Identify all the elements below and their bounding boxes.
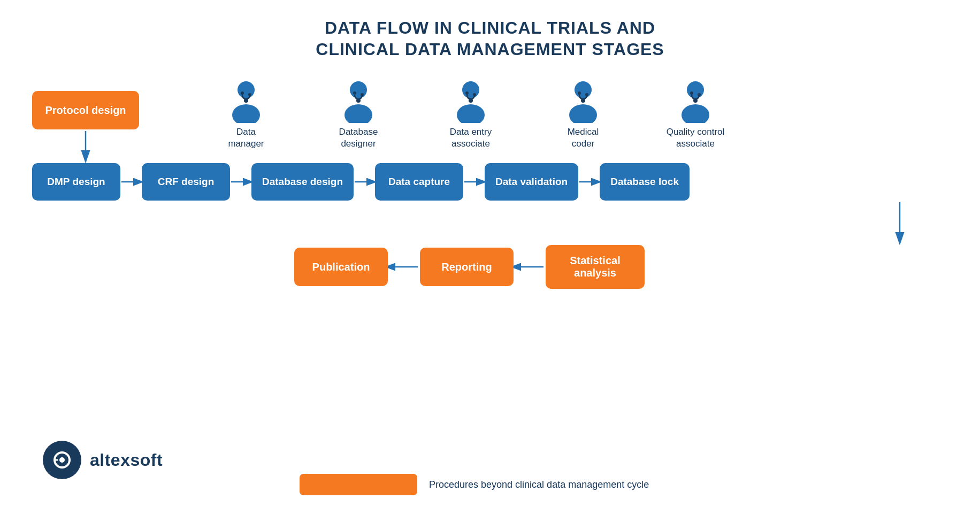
svg-point-0 xyxy=(238,81,255,98)
svg-point-22 xyxy=(690,91,693,95)
svg-point-7 xyxy=(353,91,356,95)
svg-point-17 xyxy=(578,91,581,95)
logo-text: altexsoft xyxy=(90,450,163,470)
database-design-box: Database design xyxy=(251,163,354,201)
person-label-data-entry: Data entry associate xyxy=(450,126,492,150)
person-label-database-designer: Database designer xyxy=(339,126,378,150)
legend-orange-box xyxy=(300,474,417,495)
protocol-design-box: Protocol design xyxy=(32,91,139,129)
person-quality-control: Quality control associate xyxy=(639,80,752,150)
bottom-flow-row: Publication Reporting Statistical analys… xyxy=(294,245,645,289)
svg-point-24 xyxy=(693,98,698,103)
svg-point-9 xyxy=(356,98,361,103)
person-medical-coder: Medical coder xyxy=(527,80,639,150)
arrow-dbdesign-capture xyxy=(354,175,375,188)
svg-point-20 xyxy=(687,81,704,98)
person-data-manager: Data manager xyxy=(190,80,302,150)
main-title: DATA FLOW IN CLINICAL TRIALS AND CLINICA… xyxy=(0,0,980,60)
data-capture-box: Data capture xyxy=(375,163,463,201)
legend-text: Procedures beyond clinical data manageme… xyxy=(429,479,649,490)
arrow-statistical-to-reporting xyxy=(514,260,546,273)
svg-point-11 xyxy=(457,104,485,123)
statistical-analysis-box: Statistical analysis xyxy=(546,245,645,289)
arrow-capture-validation xyxy=(463,175,485,188)
svg-point-1 xyxy=(232,104,260,123)
arrow-protocol-to-dmp xyxy=(79,131,92,163)
page-container: DATA FLOW IN CLINICAL TRIALS AND CLINICA… xyxy=(0,0,980,522)
svg-point-15 xyxy=(575,81,592,98)
svg-point-44 xyxy=(59,457,65,463)
svg-point-5 xyxy=(350,81,367,98)
data-validation-box: Data validation xyxy=(485,163,578,201)
diagram-area: Data manager Database designer xyxy=(32,80,948,458)
reporting-box: Reporting xyxy=(420,248,514,286)
person-icon-database-designer xyxy=(339,80,378,123)
logo-icon xyxy=(51,449,73,471)
logo-circle xyxy=(43,441,81,479)
persons-row: Data manager Database designer xyxy=(190,80,752,150)
svg-point-2 xyxy=(241,91,244,95)
svg-point-10 xyxy=(462,81,479,98)
person-data-entry-associate: Data entry associate xyxy=(415,80,527,150)
database-lock-box: Database lock xyxy=(600,163,690,201)
arrow-dmp-crf xyxy=(120,175,142,188)
svg-point-12 xyxy=(465,91,469,95)
logo-area: altexsoft xyxy=(43,441,163,479)
person-label-quality-control: Quality control associate xyxy=(667,126,725,150)
crf-design-box: CRF design xyxy=(142,163,230,201)
svg-point-18 xyxy=(585,93,588,96)
person-label-medical-coder: Medical coder xyxy=(568,126,599,150)
person-icon-medical-coder xyxy=(564,80,602,123)
arrow-reporting-to-publication xyxy=(388,260,420,273)
svg-point-4 xyxy=(244,98,248,103)
publication-box: Publication xyxy=(294,248,388,286)
arrow-lock-to-statistical xyxy=(893,202,906,245)
main-process-row: DMP design CRF design Database design xyxy=(32,163,690,201)
person-icon-data-manager xyxy=(227,80,265,123)
person-icon-data-entry xyxy=(451,80,490,123)
dmp-design-box: DMP design xyxy=(32,163,120,201)
arrow-crf-dbdesign xyxy=(230,175,251,188)
person-label-data-manager: Data manager xyxy=(228,126,264,150)
person-icon-quality-control xyxy=(676,80,715,123)
svg-point-14 xyxy=(469,98,473,103)
svg-point-16 xyxy=(569,104,597,123)
svg-point-19 xyxy=(581,98,585,103)
svg-point-3 xyxy=(248,93,251,96)
svg-point-13 xyxy=(473,93,476,96)
legend-area: Procedures beyond clinical data manageme… xyxy=(300,474,649,495)
person-database-designer: Database designer xyxy=(302,80,415,150)
svg-point-23 xyxy=(698,93,701,96)
svg-point-6 xyxy=(344,104,372,123)
svg-point-8 xyxy=(361,93,364,96)
arrow-validation-lock xyxy=(578,175,600,188)
svg-point-21 xyxy=(682,104,709,123)
